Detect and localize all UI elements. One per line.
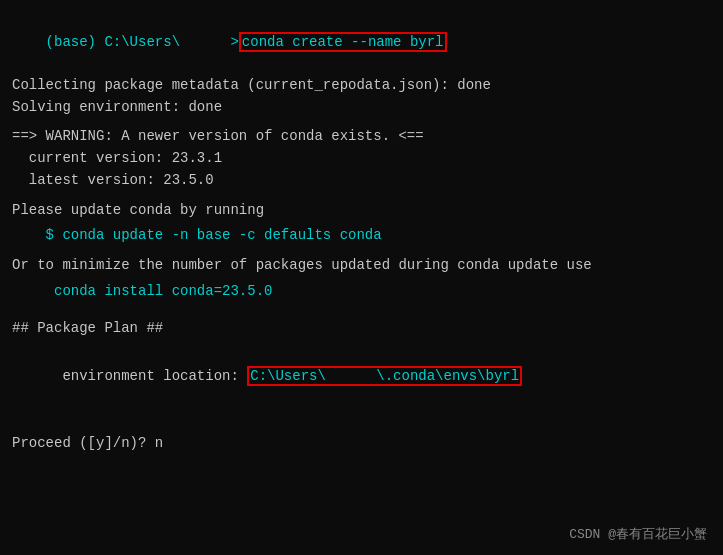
- proceed-line: Proceed ([y]/n)? n: [12, 433, 711, 455]
- solving-line: Solving environment: done: [12, 97, 711, 119]
- command-highlighted: conda create --name byrl: [239, 32, 447, 52]
- prompt-prefix: (base) C:\Users\: [46, 34, 180, 50]
- env-path-suffix: \.conda\envs\byrl: [376, 368, 519, 384]
- package-plan-line: ## Package Plan ##: [12, 318, 711, 340]
- env-location-label: environment location:: [46, 368, 248, 384]
- update-cmd-line: $ conda update -n base -c defaults conda: [12, 225, 711, 247]
- prompt-arrow: >: [230, 34, 238, 50]
- watermark: CSDN @春有百花巨小蟹: [569, 525, 707, 543]
- terminal-window: (base) C:\Users\ >conda create --name by…: [0, 0, 723, 555]
- latest-version-line: latest version: 23.5.0: [12, 170, 711, 192]
- warning-line: ==> WARNING: A newer version of conda ex…: [12, 126, 711, 148]
- env-path-box: C:\Users\ \.conda\envs\byrl: [247, 366, 522, 386]
- current-version-line: current version: 23.3.1: [12, 148, 711, 170]
- collecting-line: Collecting package metadata (current_rep…: [12, 75, 711, 97]
- env-location-line: environment location: C:\Users\ \.conda\…: [12, 344, 711, 409]
- command-line: (base) C:\Users\ >conda create --name by…: [12, 10, 711, 75]
- or-minimize-line: Or to minimize the number of packages up…: [12, 255, 711, 277]
- env-path-prefix: C:\Users\: [250, 368, 326, 384]
- please-update-line: Please update conda by running: [12, 200, 711, 222]
- username-blurred: [180, 32, 230, 54]
- env-username-blurred: [326, 366, 376, 388]
- install-cmd-line: conda install conda=23.5.0: [12, 281, 711, 303]
